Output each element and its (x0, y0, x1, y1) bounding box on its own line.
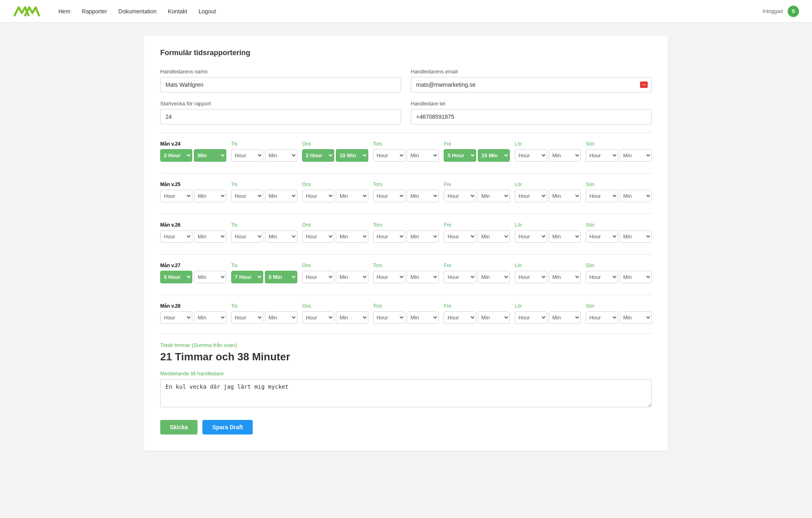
min-select-v28-4[interactable]: Min0 Min5 Min10 Min15 Min20 Min25 Min30 … (478, 311, 510, 324)
day-label-v26-1: Tis (231, 222, 297, 228)
min-select-v28-2[interactable]: Min0 Min5 Min10 Min15 Min20 Min25 Min30 … (336, 311, 368, 324)
min-select-v27-5[interactable]: Min0 Min5 Min10 Min15 Min20 Min25 Min30 … (549, 271, 581, 283)
min-select-v25-6[interactable]: Min0 Min5 Min10 Min15 Min20 Min25 Min30 … (620, 190, 652, 202)
min-select-v25-2[interactable]: Min0 Min5 Min10 Min15 Min20 Min25 Min30 … (336, 190, 368, 202)
hour-select-v28-6[interactable]: Hour0 Hour1 Hour2 Hour3 Hour4 Hour5 Hour… (586, 311, 618, 324)
day-selects-v27-6: Hour0 Hour1 Hour2 Hour3 Hour4 Hour5 Hour… (586, 271, 652, 283)
hour-select-v24-3[interactable]: Hour0 Hour1 Hour2 Hour3 Hour4 Hour5 Hour… (373, 149, 405, 162)
hour-select-v25-1[interactable]: Hour0 Hour1 Hour2 Hour3 Hour4 Hour5 Hour… (231, 190, 263, 202)
hour-select-v28-4[interactable]: Hour0 Hour1 Hour2 Hour3 Hour4 Hour5 Hour… (444, 311, 476, 324)
hour-select-v27-3[interactable]: Hour0 Hour1 Hour2 Hour3 Hour4 Hour5 Hour… (373, 271, 405, 283)
min-select-v26-6[interactable]: Min0 Min5 Min10 Min15 Min20 Min25 Min30 … (620, 230, 652, 243)
nav-hem[interactable]: Hem (58, 8, 71, 15)
min-select-v28-6[interactable]: Min0 Min5 Min10 Min15 Min20 Min25 Min30 … (620, 311, 652, 324)
hour-select-v27-1[interactable]: Hour0 Hour1 Hour2 Hour3 Hour4 Hour5 Hour… (231, 271, 263, 283)
hour-select-v26-0[interactable]: Hour0 Hour1 Hour2 Hour3 Hour4 Hour5 Hour… (160, 230, 192, 243)
week-section-v27: Mån v.27 Hour0 Hour1 Hour2 Hour3 Hour4 H… (160, 254, 652, 291)
hour-select-v26-4[interactable]: Hour0 Hour1 Hour2 Hour3 Hour4 Hour5 Hour… (444, 230, 476, 243)
hour-select-v24-4[interactable]: Hour0 Hour1 Hour2 Hour3 Hour4 Hour5 Hour… (444, 149, 476, 162)
min-select-v28-1[interactable]: Min0 Min5 Min10 Min15 Min20 Min25 Min30 … (265, 311, 297, 324)
day-selects-v27-0: Hour0 Hour1 Hour2 Hour3 Hour4 Hour5 Hour… (160, 271, 226, 283)
hour-select-v24-2[interactable]: Hour0 Hour1 Hour2 Hour3 Hour4 Hour5 Hour… (302, 149, 334, 162)
hour-select-v25-5[interactable]: Hour0 Hour1 Hour2 Hour3 Hour4 Hour5 Hour… (515, 190, 547, 202)
hour-select-v27-5[interactable]: Hour0 Hour1 Hour2 Hour3 Hour4 Hour5 Hour… (515, 271, 547, 283)
supervisor-email-input[interactable] (411, 77, 652, 92)
hour-select-v28-5[interactable]: Hour0 Hour1 Hour2 Hour3 Hour4 Hour5 Hour… (515, 311, 547, 324)
min-select-v28-3[interactable]: Min0 Min5 Min10 Min15 Min20 Min25 Min30 … (407, 311, 439, 324)
min-select-v24-1[interactable]: Min0 Min5 Min10 Min15 Min20 Min25 Min30 … (265, 149, 297, 162)
hour-select-v26-5[interactable]: Hour0 Hour1 Hour2 Hour3 Hour4 Hour5 Hour… (515, 230, 547, 243)
min-select-v26-2[interactable]: Min0 Min5 Min10 Min15 Min20 Min25 Min30 … (336, 230, 368, 243)
day-label-v27-6: Sön (586, 263, 652, 268)
day-selects-v28-3: Hour0 Hour1 Hour2 Hour3 Hour4 Hour5 Hour… (373, 311, 439, 324)
day-col-v27-6: Sön Hour0 Hour1 Hour2 Hour3 Hour4 Hour5 … (586, 263, 652, 283)
hour-select-v28-0[interactable]: Hour0 Hour1 Hour2 Hour3 Hour4 Hour5 Hour… (160, 311, 192, 324)
hour-select-v26-1[interactable]: Hour0 Hour1 Hour2 Hour3 Hour4 Hour5 Hour… (231, 230, 263, 243)
min-select-v24-5[interactable]: Min0 Min5 Min10 Min15 Min20 Min25 Min30 … (549, 149, 581, 162)
min-select-v26-5[interactable]: Min0 Min5 Min10 Min15 Min20 Min25 Min30 … (549, 230, 581, 243)
nav-dokumentation[interactable]: Dokumentation (118, 8, 157, 15)
day-selects-v25-0: Hour0 Hour1 Hour2 Hour3 Hour4 Hour5 Hour… (160, 190, 226, 202)
min-select-v28-0[interactable]: Min0 Min5 Min10 Min15 Min20 Min25 Min30 … (194, 311, 226, 324)
submit-button[interactable]: Skicka (160, 420, 198, 435)
hour-select-v25-2[interactable]: Hour0 Hour1 Hour2 Hour3 Hour4 Hour5 Hour… (302, 190, 334, 202)
min-select-v27-6[interactable]: Min0 Min5 Min10 Min15 Min20 Min25 Min30 … (620, 271, 652, 283)
supervisor-name-input[interactable] (160, 77, 401, 92)
hour-select-v24-1[interactable]: Hour0 Hour1 Hour2 Hour3 Hour4 Hour5 Hour… (231, 149, 263, 162)
min-select-v24-6[interactable]: Min0 Min5 Min10 Min15 Min20 Min25 Min30 … (620, 149, 652, 162)
start-week-input[interactable] (160, 109, 401, 124)
day-selects-v24-1: Hour0 Hour1 Hour2 Hour3 Hour4 Hour5 Hour… (231, 149, 297, 162)
min-select-v25-1[interactable]: Min0 Min5 Min10 Min15 Min20 Min25 Min30 … (265, 190, 297, 202)
min-select-v25-5[interactable]: Min0 Min5 Min10 Min15 Min20 Min25 Min30 … (549, 190, 581, 202)
hour-select-v25-4[interactable]: Hour0 Hour1 Hour2 Hour3 Hour4 Hour5 Hour… (444, 190, 476, 202)
min-select-v24-3[interactable]: Min0 Min5 Min10 Min15 Min20 Min25 Min30 … (407, 149, 439, 162)
day-col-v24-4: Fre Hour0 Hour1 Hour2 Hour3 Hour4 Hour5 … (444, 141, 510, 162)
main-content: Formulär tidsrapportering Handledarens n… (134, 23, 678, 464)
hour-select-v27-2[interactable]: Hour0 Hour1 Hour2 Hour3 Hour4 Hour5 Hour… (302, 271, 334, 283)
min-select-v24-4[interactable]: Min0 Min5 Min10 Min15 Min20 Min25 Min30 … (478, 149, 510, 162)
hour-select-v27-0[interactable]: Hour0 Hour1 Hour2 Hour3 Hour4 Hour5 Hour… (160, 271, 192, 283)
min-select-v25-3[interactable]: Min0 Min5 Min10 Min15 Min20 Min25 Min30 … (407, 190, 439, 202)
min-select-v28-5[interactable]: Min0 Min5 Min10 Min15 Min20 Min25 Min30 … (549, 311, 581, 324)
min-select-v27-2[interactable]: Min0 Min5 Min10 Min15 Min20 Min25 Min30 … (336, 271, 368, 283)
min-select-v24-2[interactable]: Min0 Min5 Min10 Min15 Min20 Min25 Min30 … (336, 149, 368, 162)
hour-select-v25-0[interactable]: Hour0 Hour1 Hour2 Hour3 Hour4 Hour5 Hour… (160, 190, 192, 202)
hour-select-v25-6[interactable]: Hour0 Hour1 Hour2 Hour3 Hour4 Hour5 Hour… (586, 190, 618, 202)
min-select-v27-0[interactable]: Min0 Min5 Min10 Min15 Min20 Min25 Min30 … (194, 271, 226, 283)
min-select-v27-1[interactable]: Min0 Min5 Min10 Min15 Min20 Min25 Min30 … (265, 271, 297, 283)
hour-select-v26-3[interactable]: Hour0 Hour1 Hour2 Hour3 Hour4 Hour5 Hour… (373, 230, 405, 243)
min-select-v27-3[interactable]: Min0 Min5 Min10 Min15 Min20 Min25 Min30 … (407, 271, 439, 283)
hour-select-v27-4[interactable]: Hour0 Hour1 Hour2 Hour3 Hour4 Hour5 Hour… (444, 271, 476, 283)
min-select-v27-4[interactable]: Min0 Min5 Min10 Min15 Min20 Min25 Min30 … (478, 271, 510, 283)
min-select-v26-0[interactable]: Min0 Min5 Min10 Min15 Min20 Min25 Min30 … (194, 230, 226, 243)
min-select-v24-0[interactable]: Min0 Min5 Min10 Min15 Min20 Min25 Min30 … (194, 149, 226, 162)
hour-select-v28-3[interactable]: Hour0 Hour1 Hour2 Hour3 Hour4 Hour5 Hour… (373, 311, 405, 324)
min-select-v25-4[interactable]: Min0 Min5 Min10 Min15 Min20 Min25 Min30 … (478, 190, 510, 202)
nav-logout[interactable]: Logout (198, 8, 216, 15)
day-label-v26-0: Mån v.26 (160, 222, 226, 228)
hour-select-v27-6[interactable]: Hour0 Hour1 Hour2 Hour3 Hour4 Hour5 Hour… (586, 271, 618, 283)
nav-rapporter[interactable]: Rapporter (82, 8, 107, 15)
supervisor-phone-group: Handledare tel (411, 101, 652, 124)
message-textarea[interactable] (160, 379, 652, 407)
nav-kontakt[interactable]: Kontakt (168, 8, 187, 15)
draft-button[interactable]: Spara Draft (202, 420, 252, 435)
day-selects-v27-2: Hour0 Hour1 Hour2 Hour3 Hour4 Hour5 Hour… (302, 271, 368, 283)
supervisor-email-label: Handledarens email (411, 68, 652, 75)
hour-select-v26-2[interactable]: Hour0 Hour1 Hour2 Hour3 Hour4 Hour5 Hour… (302, 230, 334, 243)
hour-select-v24-0[interactable]: Hour0 Hour1 Hour2 Hour3 Hour4 Hour5 Hour… (160, 149, 192, 162)
hour-select-v26-6[interactable]: Hour0 Hour1 Hour2 Hour3 Hour4 Hour5 Hour… (586, 230, 618, 243)
day-selects-v25-3: Hour0 Hour1 Hour2 Hour3 Hour4 Hour5 Hour… (373, 190, 439, 202)
hour-select-v25-3[interactable]: Hour0 Hour1 Hour2 Hour3 Hour4 Hour5 Hour… (373, 190, 405, 202)
min-select-v26-3[interactable]: Min0 Min5 Min10 Min15 Min20 Min25 Min30 … (407, 230, 439, 243)
hour-select-v24-6[interactable]: Hour0 Hour1 Hour2 Hour3 Hour4 Hour5 Hour… (586, 149, 618, 162)
hour-select-v28-2[interactable]: Hour0 Hour1 Hour2 Hour3 Hour4 Hour5 Hour… (302, 311, 334, 324)
min-select-v26-1[interactable]: Min0 Min5 Min10 Min15 Min20 Min25 Min30 … (265, 230, 297, 243)
day-label-v24-6: Sön (586, 141, 652, 147)
min-select-v26-4[interactable]: Min0 Min5 Min10 Min15 Min20 Min25 Min30 … (478, 230, 510, 243)
hour-select-v28-1[interactable]: Hour0 Hour1 Hour2 Hour3 Hour4 Hour5 Hour… (231, 311, 263, 324)
supervisor-phone-input[interactable] (411, 109, 652, 124)
hour-select-v24-5[interactable]: Hour0 Hour1 Hour2 Hour3 Hour4 Hour5 Hour… (515, 149, 547, 162)
day-label-v28-0: Mån v.28 (160, 303, 226, 309)
min-select-v25-0[interactable]: Min0 Min5 Min10 Min15 Min20 Min25 Min30 … (194, 190, 226, 202)
